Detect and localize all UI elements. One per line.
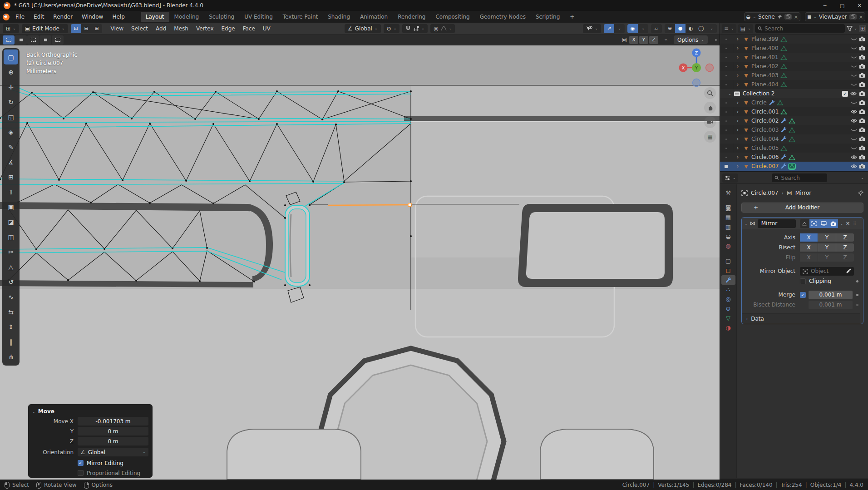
edge-select-button[interactable]: ⊟ xyxy=(81,24,92,33)
hide-viewport-eye-icon[interactable] xyxy=(851,100,857,105)
viewlayer-selector[interactable]: ≣⌄ ViewLayer × xyxy=(805,12,865,21)
expand-chevron-icon[interactable]: › xyxy=(735,45,741,51)
outliner-row[interactable]: › ▼ Plane.402 xyxy=(720,62,868,71)
axis-toggle-button[interactable]: X xyxy=(800,233,818,242)
camera-view-icon[interactable] xyxy=(704,116,716,128)
tool-button[interactable]: ⊕ xyxy=(4,64,18,79)
properties-tab[interactable]: ◒ xyxy=(721,232,735,241)
tool-button[interactable]: ◈ xyxy=(4,124,18,139)
expand-chevron-icon[interactable]: › xyxy=(735,81,741,88)
expand-chevron-icon[interactable]: › xyxy=(735,54,741,60)
pivot-point-dropdown[interactable]: ⊙⌄ xyxy=(384,24,400,33)
select-difference-button[interactable] xyxy=(39,35,51,45)
overlays-toggle[interactable]: ◉ xyxy=(627,24,638,33)
proportional-edit-icon[interactable]: ◎ xyxy=(434,25,438,32)
properties-tab[interactable]: ▽ xyxy=(721,313,735,323)
viewport-menu-item[interactable]: View xyxy=(108,24,127,33)
move-z-field[interactable]: 0 m xyxy=(78,437,148,445)
tool-button[interactable]: ⊞ xyxy=(4,169,18,184)
viewport-menu-item[interactable]: Edge xyxy=(218,24,238,33)
symmetry-axis-button[interactable]: X xyxy=(629,36,638,44)
properties-tab[interactable]: ▢ xyxy=(721,256,735,266)
tool-button[interactable]: ◪ xyxy=(4,214,18,229)
viewport-menu-item[interactable]: Select xyxy=(128,24,151,33)
unlink-scene-icon[interactable]: × xyxy=(794,14,798,20)
disable-render-camera-icon[interactable] xyxy=(859,64,865,69)
collection-checkbox[interactable]: ✓ xyxy=(842,91,848,97)
shading-dropdown[interactable]: ⌄ xyxy=(706,24,717,33)
tool-button[interactable]: ⋔ xyxy=(4,349,18,364)
properties-tab[interactable]: ▦ xyxy=(721,213,735,222)
axis-toggle-button[interactable]: Y xyxy=(818,233,836,242)
disable-render-camera-icon[interactable] xyxy=(859,127,865,133)
workspace-tab[interactable]: Animation xyxy=(355,12,393,22)
tool-button[interactable]: ▢ xyxy=(4,49,18,64)
transform-orientation-dropdown[interactable]: ∠ Global⌄ xyxy=(345,24,381,33)
navigation-gizmo[interactable]: Z X Y xyxy=(671,45,720,93)
expand-chevron-icon[interactable]: › xyxy=(735,109,741,115)
close-button[interactable]: ✕ xyxy=(851,0,868,11)
viewport-canvas[interactable]: Back Orthographic (2) Circle.007 Millime… xyxy=(0,45,720,480)
orientation-dropdown[interactable]: ∠ Global ⌄ xyxy=(78,448,148,456)
animate-dot[interactable] xyxy=(856,280,858,282)
object-name[interactable]: Circle.005 xyxy=(751,145,779,151)
outliner-search-input[interactable] xyxy=(764,25,842,32)
disable-render-camera-icon[interactable] xyxy=(859,154,865,160)
move-view-hand-icon[interactable] xyxy=(704,102,716,114)
menu-item[interactable]: Help xyxy=(108,12,128,21)
menu-item[interactable]: Edit xyxy=(30,12,48,21)
viewlayer-name[interactable]: ViewLayer xyxy=(819,14,847,20)
tool-button[interactable]: ∥ xyxy=(4,334,18,349)
clipping-checkbox[interactable] xyxy=(800,278,806,284)
outliner-row[interactable]: › ▼ Circle.004 xyxy=(720,134,868,144)
scene-name[interactable]: Scene xyxy=(758,14,775,20)
mirror-object-field[interactable]: Object xyxy=(800,267,854,276)
collapse-chevron-icon[interactable]: ⌄ xyxy=(32,410,35,414)
hide-viewport-eye-icon[interactable] xyxy=(851,73,857,78)
collection-chevron-icon[interactable]: ⌄ xyxy=(728,92,731,96)
zoom-icon[interactable] xyxy=(704,87,716,99)
workspace-tab[interactable]: Geometry Nodes xyxy=(475,12,531,22)
disable-render-camera-icon[interactable] xyxy=(859,118,865,124)
snapping-controls[interactable]: ⌄ xyxy=(402,24,428,33)
solid-shading-button[interactable]: ● xyxy=(675,24,686,33)
hide-viewport-eye-icon[interactable] xyxy=(851,128,857,132)
hide-viewport-eye-icon[interactable] xyxy=(851,82,857,87)
hide-viewport-eye-icon[interactable] xyxy=(851,164,857,168)
workspace-tab[interactable]: Compositing xyxy=(430,12,474,22)
outliner-row[interactable]: › ▼ Plane.404 xyxy=(720,80,868,89)
overlays-dropdown[interactable]: ⌄ xyxy=(638,24,648,33)
move-panel-header[interactable]: ⌄ Move xyxy=(32,406,148,416)
tool-button[interactable]: ◫ xyxy=(4,229,18,244)
snap-to-symmetry-icon[interactable]: ⌁ xyxy=(661,35,671,45)
disable-render-camera-icon[interactable] xyxy=(859,36,865,42)
material-preview-button[interactable]: ◐ xyxy=(686,24,696,33)
disable-render-camera-icon[interactable] xyxy=(859,109,865,114)
properties-tab[interactable]: ∴ xyxy=(721,285,735,294)
properties-search[interactable] xyxy=(772,173,827,182)
viewport-menu-item[interactable]: Mesh xyxy=(171,24,192,33)
object-name[interactable]: Plane.401 xyxy=(751,54,779,60)
new-collection-button[interactable]: ⊞ xyxy=(859,25,866,32)
move-x-field[interactable]: -0.001703 m xyxy=(78,417,148,426)
viewport-menu-item[interactable]: Vertex xyxy=(193,24,217,33)
modifier-collapse-chevron[interactable]: ⌄ xyxy=(745,222,748,226)
expand-chevron-icon[interactable]: › xyxy=(735,36,741,42)
tool-button[interactable]: ⇆ xyxy=(4,304,18,319)
merge-value-field[interactable]: 0.001 m xyxy=(809,291,853,299)
object-name[interactable]: Plane.400 xyxy=(751,45,779,51)
outliner-filter-id-dropdown[interactable]: ▤⌄ xyxy=(738,24,753,33)
outliner-row[interactable]: › ▼ Circle.001 xyxy=(720,107,868,116)
workspace-tab[interactable]: + xyxy=(565,12,579,22)
select-intersect-button[interactable] xyxy=(52,35,64,45)
outliner-display-mode-dropdown[interactable]: ≡⌄ xyxy=(722,24,736,33)
bisect-toggle-button[interactable]: Z xyxy=(836,243,854,252)
properties-tab[interactable]: ⊜ xyxy=(721,304,735,313)
on-cage-toggle[interactable] xyxy=(800,219,809,228)
pin-id-icon[interactable] xyxy=(858,190,863,196)
modifier-name-field[interactable]: Mirror xyxy=(758,219,796,228)
maximize-button[interactable]: ▢ xyxy=(833,0,851,11)
edit-mode-display-toggle[interactable] xyxy=(809,219,819,228)
tool-button[interactable]: ▣ xyxy=(4,199,18,214)
workspace-tab[interactable]: Modeling xyxy=(169,12,204,22)
